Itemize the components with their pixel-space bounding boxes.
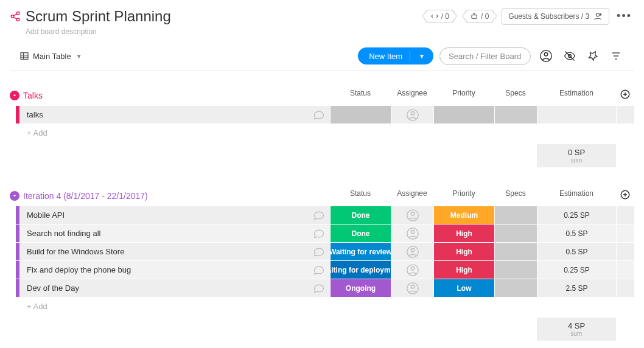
plus-circle-icon bbox=[620, 89, 631, 100]
estimation-summary: 0 SPsum bbox=[537, 144, 616, 167]
table-row[interactable]: Fix and deploy the phone bugWaiting for … bbox=[16, 260, 634, 279]
svg-rect-9 bbox=[21, 53, 28, 60]
chat-icon[interactable] bbox=[313, 109, 325, 121]
group-title[interactable]: Iteration 4 (8/1/2017 - 22/1/2017) bbox=[23, 191, 148, 201]
column-header-estimation[interactable]: Estimation bbox=[537, 189, 616, 202]
chevron-down-icon: ▼ bbox=[76, 53, 82, 60]
group-title[interactable]: Talks bbox=[23, 91, 43, 100]
priority-cell[interactable]: High bbox=[433, 243, 494, 260]
person-circle-icon bbox=[406, 209, 419, 222]
status-cell[interactable] bbox=[330, 106, 391, 124]
row-end-spacer bbox=[616, 261, 634, 279]
svg-point-1 bbox=[11, 15, 14, 18]
status-cell[interactable]: Ongoing bbox=[330, 279, 391, 297]
estimation-cell[interactable]: 2.5 SP bbox=[537, 279, 616, 297]
search-input[interactable] bbox=[439, 47, 531, 65]
group-iter4: Iteration 4 (8/1/2017 - 22/1/2017)Status… bbox=[10, 189, 634, 341]
assignee-cell[interactable] bbox=[391, 279, 433, 297]
specs-cell[interactable] bbox=[494, 106, 537, 124]
svg-rect-5 bbox=[472, 15, 477, 18]
item-name-cell[interactable]: Search not finding all bbox=[19, 224, 330, 242]
person-add-icon bbox=[593, 12, 603, 21]
more-options-button[interactable]: ••• bbox=[614, 7, 634, 25]
plus-circle-icon bbox=[620, 189, 631, 200]
specs-cell[interactable] bbox=[494, 224, 537, 242]
board-content: TalksStatusAssigneePrioritySpecsEstimati… bbox=[0, 71, 644, 348]
chat-icon[interactable] bbox=[313, 228, 325, 240]
estimation-cell[interactable] bbox=[537, 106, 616, 124]
estimation-cell[interactable]: 0.5 SP bbox=[537, 243, 616, 260]
column-header-assignee[interactable]: Assignee bbox=[391, 89, 433, 102]
assignee-cell[interactable] bbox=[391, 224, 433, 242]
pin-button[interactable] bbox=[584, 47, 601, 64]
svg-point-2 bbox=[16, 18, 19, 21]
column-header-assignee[interactable]: Assignee bbox=[391, 189, 433, 202]
chat-icon[interactable] bbox=[313, 264, 325, 276]
board-description[interactable]: Add board description bbox=[26, 27, 634, 36]
assignee-cell[interactable] bbox=[391, 106, 433, 124]
board-title[interactable]: Scrum Sprint Planning bbox=[26, 8, 171, 25]
hide-button[interactable] bbox=[561, 47, 578, 64]
table-row[interactable]: Dev of the DayOngoingLow2.5 SP bbox=[16, 279, 634, 297]
guests-subscribers-button[interactable]: Guests & Subscribers / 3 bbox=[502, 8, 609, 25]
table-row[interactable]: Build for the Windows StoreWaiting for r… bbox=[16, 242, 634, 260]
add-item-row[interactable]: + Add bbox=[16, 297, 634, 315]
column-header-specs[interactable]: Specs bbox=[494, 189, 537, 202]
item-name-cell[interactable]: Fix and deploy the phone bug bbox=[19, 261, 330, 279]
column-header-specs[interactable]: Specs bbox=[494, 89, 537, 102]
status-cell[interactable]: Waiting for deployme... bbox=[330, 261, 391, 279]
new-item-button[interactable]: New Item▼ bbox=[358, 47, 433, 64]
group-collapse-button[interactable] bbox=[10, 91, 19, 100]
priority-cell[interactable]: Medium bbox=[433, 206, 494, 224]
filter-button[interactable] bbox=[607, 47, 625, 64]
specs-cell[interactable] bbox=[494, 261, 537, 279]
column-header-estimation[interactable]: Estimation bbox=[537, 89, 616, 102]
column-header-priority[interactable]: Priority bbox=[433, 189, 494, 202]
svg-point-6 bbox=[596, 13, 599, 16]
chat-icon[interactable] bbox=[313, 209, 325, 221]
estimation-cell[interactable]: 0.5 SP bbox=[537, 224, 616, 242]
assignee-cell[interactable] bbox=[391, 243, 433, 260]
item-name-cell[interactable]: Mobile API bbox=[19, 206, 330, 224]
estimation-summary: 4 SPsum bbox=[537, 318, 616, 341]
priority-cell[interactable]: High bbox=[433, 261, 494, 279]
chevron-down-icon bbox=[12, 193, 18, 199]
chat-icon[interactable] bbox=[313, 246, 325, 258]
column-header-priority[interactable]: Priority bbox=[433, 89, 494, 102]
status-cell[interactable]: Done bbox=[330, 224, 391, 242]
svg-point-31 bbox=[411, 230, 415, 234]
status-cell[interactable]: Done bbox=[330, 206, 391, 224]
chat-icon[interactable] bbox=[313, 282, 325, 294]
row-end-spacer bbox=[616, 206, 634, 224]
status-cell[interactable]: Waiting for review bbox=[330, 243, 391, 260]
table-row[interactable]: Mobile APIDoneMedium0.25 SP bbox=[16, 206, 634, 224]
add-column-button[interactable] bbox=[616, 189, 634, 202]
column-header-status[interactable]: Status bbox=[330, 89, 391, 102]
estimation-cell[interactable]: 0.25 SP bbox=[537, 206, 616, 224]
toolbar: Main Table ▼ New Item▼ bbox=[10, 36, 634, 71]
person-filter-button[interactable] bbox=[537, 47, 555, 65]
column-header-status[interactable]: Status bbox=[330, 189, 391, 202]
add-item-label: + Add bbox=[19, 128, 47, 137]
specs-cell[interactable] bbox=[494, 206, 537, 224]
specs-cell[interactable] bbox=[494, 243, 537, 260]
automation-indicator-2[interactable]: / 0 bbox=[462, 10, 497, 23]
view-selector[interactable]: Main Table ▼ bbox=[19, 51, 82, 61]
table-row[interactable]: Search not finding allDoneHigh0.5 SP bbox=[16, 224, 634, 242]
assignee-cell[interactable] bbox=[391, 261, 433, 279]
priority-cell[interactable]: High bbox=[433, 224, 494, 242]
estimation-cell[interactable]: 0.25 SP bbox=[537, 261, 616, 279]
priority-cell[interactable] bbox=[433, 106, 494, 124]
assignee-cell[interactable] bbox=[391, 206, 433, 224]
svg-point-24 bbox=[411, 111, 415, 115]
item-name-cell[interactable]: Build for the Windows Store bbox=[19, 243, 330, 260]
add-column-button[interactable] bbox=[616, 89, 634, 102]
group-collapse-button[interactable] bbox=[10, 191, 19, 201]
automation-indicator-1[interactable]: / 0 bbox=[422, 10, 457, 23]
item-name-cell[interactable]: talks bbox=[19, 106, 330, 124]
item-name-cell[interactable]: Dev of the Day bbox=[19, 279, 330, 297]
table-row[interactable]: talks bbox=[16, 105, 634, 124]
specs-cell[interactable] bbox=[494, 279, 537, 297]
priority-cell[interactable]: Low bbox=[433, 279, 494, 297]
add-item-row[interactable]: + Add bbox=[16, 124, 634, 142]
